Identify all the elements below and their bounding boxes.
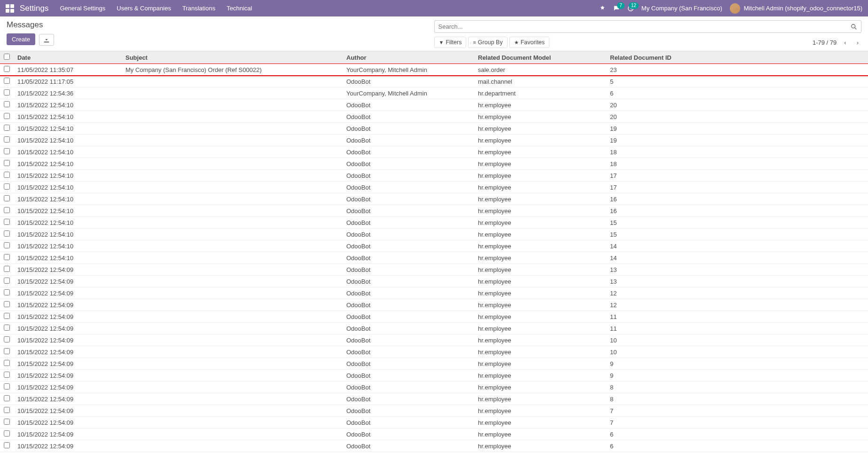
table-row[interactable]: 10/15/2022 12:54:09OdooBothr.employee9 (0, 370, 868, 381)
row-checkbox[interactable] (4, 230, 10, 237)
row-checkbox[interactable] (4, 442, 10, 448)
table-row[interactable]: 10/15/2022 12:54:09OdooBothr.employee12 (0, 287, 868, 299)
header-date[interactable]: Date (14, 51, 122, 64)
table-row[interactable]: 10/15/2022 12:54:09OdooBothr.employee12 (0, 299, 868, 311)
row-checkbox[interactable] (4, 360, 10, 366)
table-row[interactable]: 10/15/2022 12:54:10OdooBothr.employee14 (0, 240, 868, 252)
row-checkbox[interactable] (4, 407, 10, 413)
nav-technical[interactable]: Technical (227, 5, 252, 12)
table-row[interactable]: 10/15/2022 12:54:10OdooBothr.employee17 (0, 182, 868, 193)
groupby-toggle[interactable]: ≡Group By (468, 37, 507, 48)
row-checkbox[interactable] (4, 207, 10, 213)
search-icon[interactable] (847, 21, 861, 32)
pager-next[interactable]: › (854, 38, 861, 47)
table-row[interactable]: 10/15/2022 12:54:09OdooBothr.employee7 (0, 405, 868, 417)
nav-translations[interactable]: Translations (182, 5, 215, 12)
apps-icon[interactable] (6, 4, 14, 13)
table-row[interactable]: 10/15/2022 12:54:10OdooBothr.employee16 (0, 205, 868, 217)
header-subject[interactable]: Subject (122, 51, 343, 64)
row-checkbox[interactable] (4, 301, 10, 307)
row-checkbox[interactable] (4, 266, 10, 272)
export-button[interactable] (39, 34, 54, 46)
table-row[interactable]: 10/15/2022 12:54:10OdooBothr.employee18 (0, 158, 868, 170)
row-checkbox[interactable] (4, 372, 10, 378)
cell-date: 10/15/2022 12:54:09 (14, 287, 122, 299)
cell-author: OdooBot (343, 146, 474, 158)
row-checkbox[interactable] (4, 78, 10, 84)
table-row[interactable]: 10/15/2022 12:54:09OdooBothr.employee11 (0, 323, 868, 334)
table-row[interactable]: 10/15/2022 12:54:10OdooBothr.employee20 (0, 99, 868, 111)
company-switcher[interactable]: My Company (San Francisco) (641, 5, 722, 12)
table-row[interactable]: 10/15/2022 12:54:09OdooBothr.employee13 (0, 264, 868, 276)
create-button[interactable]: Create (7, 33, 35, 45)
table-row[interactable]: 10/15/2022 12:54:10OdooBothr.employee16 (0, 193, 868, 205)
row-checkbox[interactable] (4, 278, 10, 284)
table-row[interactable]: 10/15/2022 12:54:10OdooBothr.employee19 (0, 135, 868, 146)
row-checkbox[interactable] (4, 183, 10, 190)
row-checkbox[interactable] (4, 430, 10, 437)
row-checkbox[interactable] (4, 125, 10, 131)
cell-id: 23 (606, 64, 868, 76)
row-checkbox[interactable] (4, 395, 10, 401)
pager-prev[interactable]: ‹ (841, 38, 849, 47)
filters-toggle[interactable]: ▼Filters (434, 37, 467, 48)
header-model[interactable]: Related Document Model (474, 51, 606, 64)
table-row[interactable]: 11/05/2022 11:35:07My Company (San Franc… (0, 64, 868, 76)
row-checkbox[interactable] (4, 383, 10, 389)
user-menu[interactable]: Mitchell Admin (shopify_odoo_connector15… (730, 3, 862, 14)
nav-general-settings[interactable]: General Settings (60, 5, 105, 12)
row-checkbox[interactable] (4, 348, 10, 354)
row-checkbox[interactable] (4, 195, 10, 201)
header-id[interactable]: Related Document ID (606, 51, 868, 64)
favorites-toggle[interactable]: ★Favorites (509, 37, 549, 48)
row-checkbox[interactable] (4, 325, 10, 331)
row-checkbox[interactable] (4, 113, 10, 119)
table-row[interactable]: 10/15/2022 12:54:09OdooBothr.employee6 (0, 429, 868, 440)
debug-icon[interactable] (599, 5, 606, 12)
table-row[interactable]: 10/15/2022 12:54:10OdooBothr.employee15 (0, 229, 868, 240)
pager-count[interactable]: 1-79 / 79 (813, 39, 837, 46)
cell-id: 19 (606, 135, 868, 146)
table-row[interactable]: 10/15/2022 12:54:09OdooBothr.employee13 (0, 276, 868, 287)
table-row[interactable]: 10/15/2022 12:54:09OdooBothr.employee7 (0, 417, 868, 429)
table-row[interactable]: 10/15/2022 12:54:36YourCompany, Mitchell… (0, 87, 868, 99)
row-checkbox[interactable] (4, 148, 10, 154)
table-row[interactable]: 10/15/2022 12:54:09OdooBothr.employee10 (0, 334, 868, 346)
row-checkbox[interactable] (4, 336, 10, 342)
row-checkbox[interactable] (4, 242, 10, 248)
row-checkbox[interactable] (4, 101, 10, 107)
row-checkbox[interactable] (4, 419, 10, 425)
search-input[interactable] (435, 21, 847, 32)
table-row[interactable]: 10/15/2022 12:54:09OdooBothr.employee9 (0, 358, 868, 370)
top-nav: Settings General Settings Users & Compan… (0, 0, 868, 16)
table-row[interactable]: 10/15/2022 12:54:09OdooBothr.employee8 (0, 381, 868, 393)
nav-users-companies[interactable]: Users & Companies (117, 5, 171, 12)
table-row[interactable]: 10/15/2022 12:54:09OdooBothr.employee6 (0, 440, 868, 452)
table-row[interactable]: 10/15/2022 12:54:10OdooBothr.employee18 (0, 146, 868, 158)
table-row[interactable]: 10/15/2022 12:54:10OdooBothr.employee20 (0, 111, 868, 123)
row-checkbox[interactable] (4, 172, 10, 178)
row-checkbox[interactable] (4, 89, 10, 95)
table-row[interactable]: 10/15/2022 12:54:09OdooBothr.employee8 (0, 393, 868, 405)
row-checkbox[interactable] (4, 160, 10, 166)
row-checkbox[interactable] (4, 313, 10, 319)
table-row[interactable]: 10/15/2022 12:54:10OdooBothr.employee14 (0, 252, 868, 264)
app-brand[interactable]: Settings (20, 4, 48, 13)
table-row[interactable]: 10/15/2022 12:54:10OdooBothr.employee19 (0, 123, 868, 135)
table-row[interactable]: 10/15/2022 12:54:09OdooBothr.employee10 (0, 346, 868, 358)
select-all-checkbox[interactable] (4, 54, 10, 60)
cell-date: 10/15/2022 12:54:10 (14, 111, 122, 123)
row-checkbox[interactable] (4, 66, 10, 72)
cell-date: 10/15/2022 12:54:09 (14, 323, 122, 334)
header-author[interactable]: Author (343, 51, 474, 64)
table-row[interactable]: 10/15/2022 12:54:09OdooBothr.employee11 (0, 311, 868, 323)
row-checkbox[interactable] (4, 219, 10, 225)
activities-icon[interactable]: 12 (627, 5, 634, 12)
table-row[interactable]: 10/15/2022 12:54:10OdooBothr.employee17 (0, 170, 868, 182)
row-checkbox[interactable] (4, 254, 10, 260)
table-row[interactable]: 10/15/2022 12:54:10OdooBothr.employee15 (0, 217, 868, 229)
table-row[interactable]: 11/05/2022 11:17:05OdooBotmail.channel5 (0, 76, 868, 87)
row-checkbox[interactable] (4, 136, 10, 143)
row-checkbox[interactable] (4, 289, 10, 295)
messages-icon[interactable]: 7 (613, 5, 620, 12)
